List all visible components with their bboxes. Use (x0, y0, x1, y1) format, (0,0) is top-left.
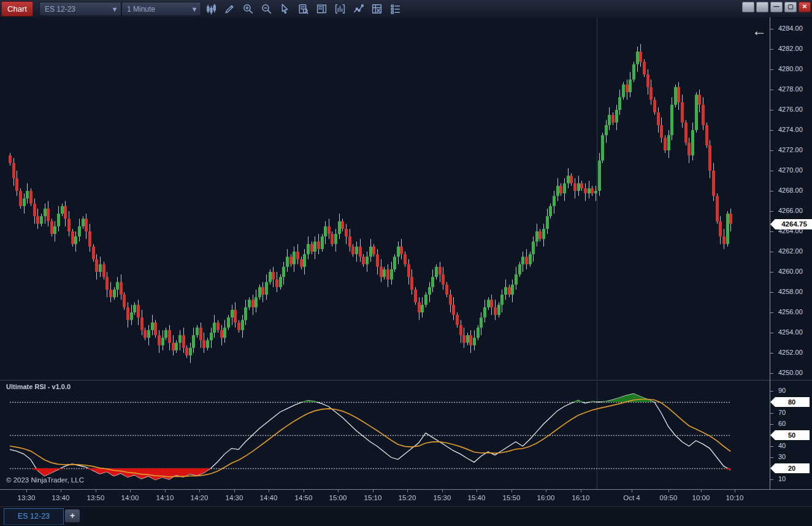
time-axis-label: 14:20 (191, 494, 209, 501)
tab-es-12-23[interactable]: ES 12-23 (4, 508, 64, 525)
strategies-icon[interactable] (352, 2, 365, 15)
price-axis-label: 4284.00 (778, 25, 803, 32)
minimize-button[interactable]: — (770, 2, 783, 12)
zoom-in-icon[interactable] (242, 2, 255, 15)
time-tick (407, 490, 408, 492)
copyright-text: © 2023 NinjaTrader, LLC (6, 476, 84, 484)
instrument-dropdown[interactable]: ES 12-23 ▼ (39, 2, 121, 16)
cursor-icon[interactable] (278, 2, 291, 15)
toolbar: Chart ES 12-23 ▼ 1 Minute ▼ —▢✕ (0, 0, 812, 18)
chart-trader-icon[interactable] (315, 2, 328, 15)
rsi-axis-label: 60 (778, 420, 786, 427)
time-axis-label: 15:10 (364, 494, 382, 501)
time-tick (668, 490, 669, 492)
price-tick (770, 312, 773, 313)
time-axis-label: 13:50 (87, 494, 105, 501)
indicators-icon[interactable] (334, 2, 347, 15)
time-tick (338, 490, 339, 492)
rsi-axis-label: 10 (778, 475, 786, 482)
time-axis-label: 15:00 (329, 494, 347, 501)
price-axis-label: 4250.00 (778, 369, 803, 376)
rsi-indicator-canvas[interactable] (0, 382, 770, 489)
drawing-tools-icon[interactable] (223, 2, 236, 15)
close-button[interactable]: ✕ (799, 2, 811, 12)
time-tick (442, 490, 443, 492)
price-tick (770, 292, 773, 293)
properties-icon[interactable] (389, 2, 402, 15)
time-axis[interactable]: 13:3013:4013:5014:0014:1014:2014:3014:40… (0, 489, 812, 507)
rsi-level-badge-20: 20 (770, 463, 810, 473)
price-axis-label: 4252.00 (778, 349, 803, 356)
export-icon[interactable] (370, 2, 383, 15)
time-axis-label: 15:40 (468, 494, 486, 501)
add-tab-button[interactable]: + (65, 509, 80, 522)
time-axis-label: 14:40 (260, 494, 278, 501)
time-tick (511, 490, 512, 492)
price-tick (770, 272, 773, 273)
time-axis-label: 09:50 (660, 494, 678, 501)
chart-window: Chart ES 12-23 ▼ 1 Minute ▼ —▢✕ ← Ultima… (0, 0, 812, 526)
time-tick (199, 490, 200, 492)
window-extra-2-button[interactable] (756, 2, 768, 12)
rsi-axis-label: 70 (778, 409, 786, 416)
time-tick (234, 490, 235, 492)
price-tick (770, 110, 773, 110)
price-axis-label: 4274.00 (778, 126, 803, 133)
price-tick (770, 231, 773, 232)
price-tick (770, 29, 773, 29)
price-axis-label: 4254.00 (778, 328, 803, 336)
time-axis-label: 15:30 (434, 494, 451, 501)
time-tick (632, 490, 632, 492)
time-tick (61, 490, 61, 492)
interval-value: 1 Minute (122, 5, 188, 14)
interval-dropdown[interactable]: 1 Minute ▼ (121, 2, 201, 16)
chevron-down-icon: ▼ (109, 6, 121, 13)
rsi-axis-label: 90 (778, 387, 786, 394)
rsi-axis-label: 30 (778, 453, 786, 460)
rsi-tick (770, 424, 773, 425)
rsi-tick (770, 391, 773, 392)
chevron-down-icon: ▼ (188, 6, 201, 13)
data-box-icon[interactable] (297, 2, 310, 15)
chart-style-icon[interactable] (205, 2, 218, 15)
price-tick (770, 69, 773, 70)
window-extra-1-button[interactable] (742, 2, 754, 12)
time-axis-label: 10:10 (726, 494, 744, 501)
price-tick (770, 333, 773, 333)
price-axis-label: 4260.00 (778, 268, 803, 275)
time-tick (701, 490, 702, 492)
price-axis-label: 4282.00 (778, 45, 803, 52)
time-axis-label: 16:00 (537, 494, 555, 501)
rsi-tick (770, 413, 773, 414)
rsi-level-badge-80: 80 (770, 397, 810, 407)
price-chart-canvas[interactable] (0, 17, 770, 379)
time-tick (26, 490, 27, 492)
time-axis-label: 16:10 (572, 494, 590, 501)
price-tick (770, 211, 773, 212)
price-axis[interactable]: 4284.004282.004280.004278.004276.004274.… (770, 17, 812, 489)
time-tick (269, 490, 269, 492)
time-axis-label: 14:30 (226, 494, 243, 501)
price-axis-label: 4276.00 (778, 106, 803, 113)
time-axis-label: 15:50 (503, 494, 521, 501)
time-axis-label: 13:40 (52, 494, 70, 501)
time-axis-label: 10:00 (692, 494, 710, 501)
price-axis-label: 4280.00 (778, 65, 803, 72)
tab-bar: ES 12-23 + (0, 506, 812, 526)
zoom-out-icon[interactable] (260, 2, 273, 15)
time-tick (373, 490, 373, 492)
time-axis-label: 14:10 (156, 494, 174, 501)
time-tick (546, 490, 546, 492)
price-tick (770, 49, 773, 50)
back-arrow-icon[interactable]: ← (752, 23, 767, 38)
price-axis-label: 4268.00 (778, 187, 803, 194)
time-tick (304, 490, 304, 492)
price-tick (770, 150, 773, 151)
maximize-button[interactable]: ▢ (784, 2, 797, 12)
price-axis-label: 4272.00 (778, 146, 803, 153)
price-axis-label: 4256.00 (778, 308, 803, 315)
last-price-badge: 4264.75 (770, 219, 812, 230)
price-tick (770, 252, 773, 252)
time-axis-label: 13:30 (18, 494, 36, 501)
price-tick (770, 373, 773, 374)
